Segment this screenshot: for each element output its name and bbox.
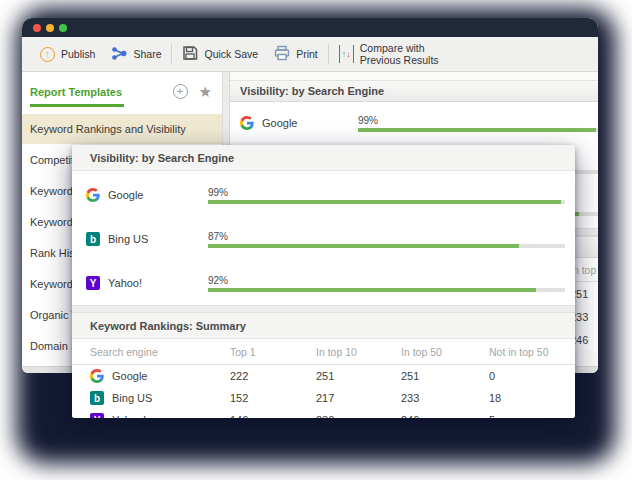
printer-icon bbox=[274, 45, 290, 63]
section-gap bbox=[72, 305, 575, 313]
sidebar-header: Report Templates + ★ bbox=[22, 82, 222, 114]
col-in-top-10: In top 10 bbox=[316, 346, 401, 358]
top10-value: 217 bbox=[316, 392, 401, 404]
toolbar: ↑ Publish Share Quick Save Print bbox=[22, 37, 598, 72]
top1-value: 152 bbox=[230, 392, 316, 404]
toolbar-separator bbox=[171, 44, 172, 64]
google-icon bbox=[86, 188, 100, 202]
engine-label: Bing US bbox=[108, 233, 208, 245]
compare-label: Compare withPrevious Results bbox=[360, 42, 439, 66]
engine-label: Yahoo! bbox=[112, 414, 146, 418]
compare-with-previous-results-button[interactable]: ↑↓ Compare withPrevious Results bbox=[331, 38, 447, 70]
top10-value: 230 bbox=[316, 414, 401, 418]
engine-label: Google bbox=[108, 189, 208, 201]
publish-icon: ↑ bbox=[40, 47, 55, 62]
report-preview-card: Visibility: by Search Engine Google 99% … bbox=[72, 145, 575, 418]
not-top50-value: 5 bbox=[489, 414, 575, 418]
table-row-yahoo: YYahoo! 146 230 246 5 bbox=[72, 409, 575, 418]
visibility-row-yahoo: Y Yahoo! 92% bbox=[72, 261, 575, 305]
close-window-button[interactable] bbox=[33, 24, 41, 32]
compare-arrows-icon: ↑↓ bbox=[339, 45, 354, 63]
bing-icon: b bbox=[90, 391, 104, 405]
visibility-section-body: Google 99% b Bing US 87% Y Yahoo! 92% bbox=[72, 171, 575, 305]
visibility-value: 99% bbox=[358, 115, 598, 126]
google-icon bbox=[240, 116, 254, 130]
toolbar-separator bbox=[328, 44, 329, 64]
visibility-bar: 99% bbox=[208, 187, 565, 204]
top50-value: 251 bbox=[401, 370, 489, 382]
visibility-bar: 92% bbox=[208, 275, 565, 292]
visibility-section-header: Visibility: by Search Engine bbox=[230, 80, 598, 102]
not-top50-value: 0 bbox=[489, 370, 575, 382]
engine-label: Yahoo! bbox=[108, 277, 208, 289]
report-templates-tab[interactable]: Report Templates bbox=[30, 82, 124, 107]
minimize-window-button[interactable] bbox=[46, 24, 54, 32]
engine-label: Google bbox=[262, 117, 358, 129]
col-not-in-top-50: Not in top 50 bbox=[489, 346, 575, 358]
visibility-row-bing: b Bing US 87% bbox=[72, 217, 575, 261]
share-icon bbox=[111, 46, 127, 63]
print-button[interactable]: Print bbox=[266, 41, 326, 67]
yahoo-icon: Y bbox=[86, 276, 100, 290]
sidebar-item-keyword-rankings-and-visibility[interactable]: Keyword Rankings and Visibility bbox=[22, 114, 222, 144]
save-icon bbox=[182, 45, 198, 63]
table-row-bing: bBing US 152 217 233 18 bbox=[72, 387, 575, 409]
visibility-bar: 99% bbox=[358, 115, 598, 132]
summary-table-header: Search engine Top 1 In top 10 In top 50 … bbox=[72, 339, 575, 365]
top10-value: 251 bbox=[316, 370, 401, 382]
share-button[interactable]: Share bbox=[103, 42, 169, 67]
publish-button[interactable]: ↑ Publish bbox=[32, 43, 103, 66]
top1-value: 146 bbox=[230, 414, 316, 418]
share-label: Share bbox=[133, 48, 161, 60]
quick-save-label: Quick Save bbox=[204, 48, 258, 60]
engine-label: Google bbox=[112, 370, 147, 382]
visibility-value: 92% bbox=[208, 275, 565, 286]
yahoo-icon: Y bbox=[90, 413, 104, 418]
visibility-bar: 87% bbox=[208, 231, 565, 248]
google-icon bbox=[90, 369, 104, 383]
stage: ↑ Publish Share Quick Save Print bbox=[0, 0, 632, 480]
visibility-value: 99% bbox=[208, 187, 565, 198]
bing-icon: b bbox=[86, 232, 100, 246]
visibility-row-google: Google 99% bbox=[72, 173, 575, 217]
maximize-window-button[interactable] bbox=[59, 24, 67, 32]
window-titlebar bbox=[22, 18, 598, 37]
top50-value: 246 bbox=[401, 414, 489, 418]
col-in-top-50: In top 50 bbox=[401, 346, 489, 358]
table-row-google: Google 222 251 251 0 bbox=[72, 365, 575, 387]
favorites-star-icon[interactable]: ★ bbox=[199, 84, 212, 99]
add-template-icon[interactable]: + bbox=[173, 84, 188, 99]
print-label: Print bbox=[296, 48, 318, 60]
engine-label: Bing US bbox=[112, 392, 152, 404]
publish-label: Publish bbox=[61, 48, 95, 60]
not-top50-value: 18 bbox=[489, 392, 575, 404]
visibility-section-header: Visibility: by Search Engine bbox=[72, 145, 575, 171]
top50-value: 233 bbox=[401, 392, 489, 404]
quick-save-button[interactable]: Quick Save bbox=[174, 41, 266, 67]
col-search-engine: Search engine bbox=[90, 346, 230, 358]
col-top-1: Top 1 bbox=[230, 346, 316, 358]
visibility-row-google: Google 99% bbox=[230, 102, 598, 144]
visibility-value: 87% bbox=[208, 231, 565, 242]
keyword-rankings-summary-header: Keyword Rankings: Summary bbox=[72, 313, 575, 339]
top1-value: 222 bbox=[230, 370, 316, 382]
